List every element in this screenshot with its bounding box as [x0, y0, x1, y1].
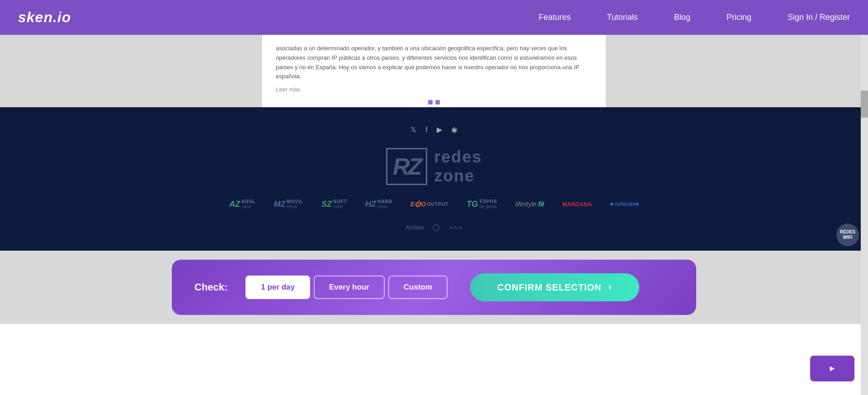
scrollbar[interactable] — [861, 0, 868, 395]
partner-eo-letter: E⏻O — [410, 200, 426, 208]
nav-features[interactable]: Features — [538, 13, 571, 22]
rss-icon[interactable]: ◉ — [451, 125, 458, 134]
confirm-label: CONFIRM SELECTION — [497, 282, 601, 293]
partner-hardzone[interactable]: HZ hard zone — [365, 199, 392, 209]
main-content: asociadas a un determinado operador, y t… — [0, 35, 868, 395]
check-wrapper: Check: 1 per day Every hour Custom CONFI… — [0, 251, 868, 324]
partner-sz-name: soft zone — [333, 199, 347, 209]
check-custom-button[interactable]: Custom — [388, 276, 448, 299]
check-buttons: 1 per day Every hour Custom — [245, 276, 448, 299]
navbar: sken.io Features Tutorials Blog Pricing … — [0, 0, 868, 35]
article-section: asociadas a un determinado operador, y t… — [0, 35, 868, 107]
check-section: Check: 1 per day Every hour Custom CONFI… — [172, 260, 696, 315]
partner-nt-text: ■ noticias■ — [610, 201, 638, 207]
partner-az-name: adsl zone — [241, 199, 255, 209]
partner-noticias[interactable]: ■ noticias■ — [610, 201, 638, 207]
pagination-dots — [276, 100, 592, 105]
partner-adslzone[interactable]: AZ adsl zone — [229, 199, 255, 209]
partner-hz-letter: HZ — [365, 200, 376, 209]
bottom-purple-arrow: ► — [828, 364, 836, 373]
partner-sz-letter: SZ — [321, 200, 332, 209]
nav-pricing[interactable]: Pricing — [726, 13, 751, 22]
article-text: asociadas a un determinado operador, y t… — [276, 44, 592, 81]
archive-row: Archivo ⬡ ∿∿∿ — [406, 223, 462, 233]
partners-row: AZ adsl zone MZ movil zona SZ — [229, 199, 638, 209]
float-circle-btn[interactable]: REDESWIFI — [836, 224, 859, 246]
brand-redes: redes — [434, 148, 482, 167]
bottom-purple-button[interactable]: ► — [810, 356, 854, 381]
partner-mz-name: movil zona — [287, 199, 304, 209]
archive-logo-1: ⬡ — [433, 223, 440, 233]
partner-ls-text: lifestyle.fit — [515, 200, 544, 208]
partner-toposdegama[interactable]: TG topos de gama — [467, 199, 497, 209]
partner-eo-name: output — [427, 202, 448, 207]
logo[interactable]: sken.io — [18, 9, 71, 26]
nav-links: Features Tutorials Blog Pricing Sign In … — [538, 13, 850, 22]
check-everyhour-button[interactable]: Every hour — [314, 276, 385, 299]
partner-lifestyle[interactable]: lifestyle.fit — [515, 200, 544, 208]
check-1perday-button[interactable]: 1 per day — [245, 276, 310, 299]
confirm-arrow-icon: › — [608, 281, 612, 293]
partner-softzone[interactable]: SZ soft zone — [321, 199, 347, 209]
leer-mas-link[interactable]: Leer más — [276, 85, 592, 95]
archive-text: Archivo — [406, 224, 424, 231]
twitter-icon[interactable]: 𝕏 — [410, 125, 416, 134]
brand-zone: zone — [434, 167, 482, 186]
nav-signin[interactable]: Sign In / Register — [788, 13, 850, 22]
article-card: asociadas a un determinado operador, y t… — [262, 35, 606, 114]
dot-1 — [428, 100, 433, 105]
float-circle-text: REDESWIFI — [840, 229, 855, 240]
nav-blog[interactable]: Blog — [674, 13, 690, 22]
brand-rz: RZ — [393, 153, 420, 180]
brand-text: redes zone — [434, 148, 482, 186]
dark-section: 𝕏 f ▶ ◉ RZ redes zone AZ — [0, 107, 868, 251]
scrollbar-thumb[interactable] — [861, 90, 868, 118]
partner-tg-name: topos de gama — [479, 199, 497, 209]
partner-movilzona[interactable]: MZ movil zona — [274, 199, 304, 209]
brand-logo: RZ redes zone — [386, 148, 482, 186]
partner-manzana[interactable]: MANZANA — [562, 201, 592, 208]
facebook-icon[interactable]: f — [425, 126, 427, 134]
partner-eooutput[interactable]: E⏻O output — [410, 200, 448, 208]
partner-hz-name: hard zone — [377, 199, 392, 209]
below-section: ✓ — [0, 324, 868, 395]
dot-2 — [435, 100, 440, 105]
confirm-selection-button[interactable]: CONFIRM SELECTION › — [470, 273, 639, 301]
partner-mz-letter: MZ — [274, 200, 286, 209]
youtube-icon[interactable]: ▶ — [437, 125, 442, 134]
social-icons: 𝕏 f ▶ ◉ — [410, 125, 457, 134]
dark-section-wrapper: 𝕏 f ▶ ◉ RZ redes zone AZ — [0, 107, 868, 251]
partner-az-letter: AZ — [229, 200, 240, 209]
check-label: Check: — [194, 281, 227, 293]
partner-tg-letter: TG — [467, 200, 478, 209]
partner-manzana-text: MANZANA — [562, 201, 592, 208]
brand-logo-box: RZ — [386, 148, 427, 185]
archive-logo-2: ∿∿∿ — [449, 224, 462, 231]
nav-tutorials[interactable]: Tutorials — [607, 13, 638, 22]
